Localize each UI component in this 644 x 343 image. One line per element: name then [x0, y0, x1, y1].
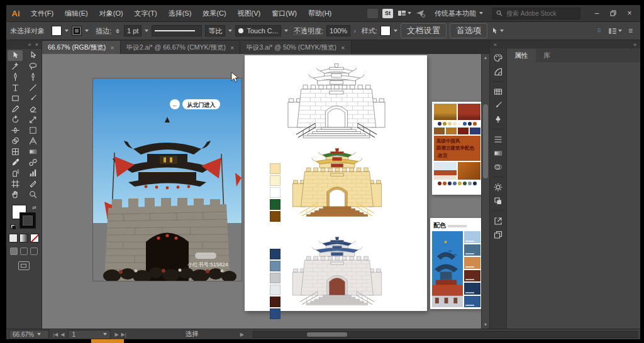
eyedropper-tool[interactable] [8, 157, 23, 168]
stroke-weight-field[interactable]: 1 pt [124, 25, 142, 36]
search-box[interactable] [492, 8, 580, 19]
color-mode-button[interactable] [9, 234, 18, 242]
previous-artboard-button[interactable]: ◀ [60, 332, 64, 337]
paintbrush-tool[interactable] [25, 93, 40, 104]
width-profile-dropdown[interactable]: 等比 [205, 25, 225, 36]
gradient-panel-icon[interactable] [491, 146, 505, 160]
panel-menu-icon[interactable]: ≡ [628, 26, 633, 35]
profile-caret-icon[interactable] [228, 30, 232, 32]
column-graph-tool[interactable] [25, 168, 40, 178]
dock-arrange-icon[interactable] [608, 28, 622, 35]
artboards-panel-icon[interactable] [491, 228, 505, 241]
adobe-stock-icon[interactable]: St [382, 9, 393, 18]
first-artboard-button[interactable]: |◀ [53, 332, 58, 337]
magic-wand-tool[interactable] [8, 61, 23, 72]
tab-close-icon[interactable]: × [110, 44, 114, 52]
canvas-vertical-scrollbar[interactable]: ▲ ▼ [481, 54, 489, 329]
document-tab-0[interactable]: 66.67% (RGB/预览)× [42, 41, 121, 54]
zoom-tool[interactable] [25, 189, 40, 200]
menu-item-5[interactable]: 效果(C) [197, 6, 231, 21]
zoom-level-select[interactable]: 66.67% [9, 330, 49, 339]
bridge-icon[interactable] [367, 9, 378, 18]
brush-dropdown[interactable]: Touch C... [235, 25, 281, 36]
document-tab-2[interactable]: 毕设3.ai* @ 50% (CMYK/预览)× [240, 41, 351, 54]
color-panel-icon[interactable] [491, 51, 505, 64]
gradient-mode-button[interactable] [19, 234, 28, 242]
search-input[interactable] [505, 9, 565, 18]
minimize-button[interactable]: – [589, 6, 605, 20]
stroke-proxy-swatch[interactable] [19, 212, 36, 229]
document-setup-button[interactable]: 文档设置 [401, 23, 447, 38]
fill-caret-icon[interactable] [65, 30, 69, 32]
stroke-weight-caret-icon[interactable] [145, 30, 148, 32]
restore-button[interactable] [605, 6, 621, 20]
artboard-number-field[interactable]: 1 [68, 330, 111, 339]
canvas-horizontal-scrollbar[interactable] [253, 331, 638, 338]
free-transform-tool[interactable] [25, 125, 40, 136]
symbol-sprayer-tool[interactable] [8, 168, 23, 178]
selection-tool[interactable] [8, 50, 23, 61]
style-swatch[interactable] [380, 26, 391, 36]
swap-fill-stroke-icon[interactable]: ⇄ [32, 205, 36, 210]
draw-behind-button[interactable] [20, 248, 28, 255]
width-tool[interactable] [8, 125, 23, 136]
none-mode-button[interactable] [30, 234, 39, 242]
blend-tool[interactable] [25, 157, 40, 168]
tools-collapse-icon[interactable]: « [28, 41, 31, 48]
swatches-panel-icon[interactable] [491, 85, 505, 98]
artboard-tool[interactable] [8, 178, 23, 189]
share-icon[interactable] [416, 9, 425, 18]
hscroll-thumb[interactable] [307, 332, 347, 337]
tab-close-icon[interactable]: × [230, 44, 234, 52]
rectangle-tool[interactable] [8, 93, 23, 104]
pen-tool[interactable] [8, 72, 23, 82]
tab-close-icon[interactable]: × [341, 44, 345, 52]
menu-item-6[interactable]: 视图(V) [232, 6, 267, 21]
menu-item-1[interactable]: 编辑(E) [59, 6, 94, 21]
scroll-thumb[interactable] [483, 104, 488, 178]
opacity-field[interactable]: 100% [326, 25, 350, 36]
canvas[interactable]: ← 从北门进入 小红书号:515824 [42, 54, 489, 329]
dock-collapse-icon[interactable]: » [633, 41, 636, 48]
next-artboard-button[interactable]: ▶ [114, 332, 118, 337]
symbols-panel-icon[interactable] [491, 112, 505, 126]
touch-grid-icon[interactable]: ⠿ [597, 28, 602, 34]
lasso-tool[interactable] [25, 61, 40, 72]
perspective-grid-tool[interactable] [25, 136, 40, 146]
direct-selection-tool[interactable] [25, 50, 40, 61]
appearance-panel-icon[interactable] [491, 180, 505, 193]
menu-item-2[interactable]: 对象(O) [94, 6, 129, 21]
fill-stroke-control[interactable]: ⇄ [12, 205, 36, 229]
export-panel-icon[interactable] [491, 214, 505, 227]
type-tool[interactable] [8, 82, 23, 93]
screen-mode-button[interactable] [18, 261, 30, 270]
scroll-up-icon[interactable]: ▲ [484, 54, 488, 62]
line-segment-tool[interactable] [25, 82, 40, 93]
document-tab-1[interactable]: 毕设2.ai* @ 66.67% (CMYK/预览)× [121, 41, 241, 54]
gradient-tool[interactable] [25, 146, 40, 157]
close-button[interactable]: × [621, 6, 638, 20]
scroll-track[interactable] [482, 62, 489, 321]
arrange-documents-icon[interactable] [397, 9, 411, 17]
brush-caret-icon[interactable] [284, 30, 288, 32]
transparency-panel-icon[interactable] [491, 160, 505, 173]
fill-color-swatch[interactable] [52, 26, 62, 36]
selection-tolerance-icon[interactable] [491, 27, 504, 35]
stroke-stepper[interactable] [116, 29, 119, 33]
default-fill-stroke-icon[interactable] [11, 224, 16, 230]
mesh-tool[interactable] [8, 146, 23, 157]
rotate-tool[interactable] [8, 114, 23, 125]
last-artboard-button[interactable]: ▶| [121, 332, 126, 337]
scroll-down-icon[interactable]: ▼ [484, 321, 488, 329]
stroke-color-swatch[interactable] [72, 26, 82, 36]
stroke-preview-dropdown[interactable] [152, 25, 202, 36]
menu-item-7[interactable]: 窗口(W) [266, 6, 303, 21]
menu-item-0[interactable]: 文件(F) [25, 6, 59, 21]
stroke-caret-icon[interactable] [85, 30, 89, 32]
shaper-tool[interactable] [8, 104, 23, 114]
panel-tab-libraries[interactable]: 库 [536, 49, 558, 62]
hand-tool[interactable] [8, 189, 23, 200]
status-expand-icon[interactable]: ▶ [240, 332, 244, 337]
scale-tool[interactable] [25, 114, 40, 125]
graphic-styles-panel-icon[interactable] [491, 194, 505, 207]
